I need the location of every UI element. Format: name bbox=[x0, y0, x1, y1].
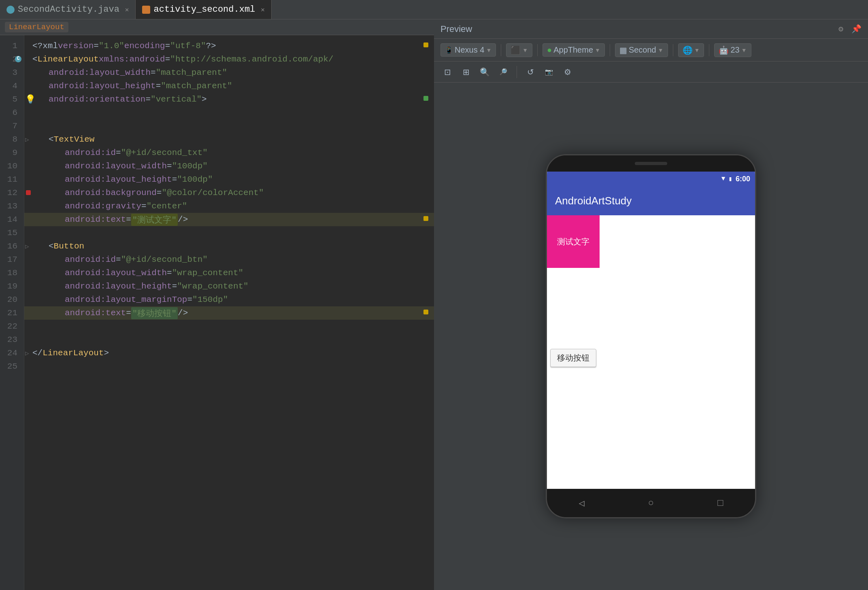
line-num-4: 4 bbox=[0, 79, 21, 93]
code-line-5: 💡 android:orientation = "vertical" > bbox=[24, 93, 434, 106]
breadcrumb[interactable]: LinearLayout bbox=[5, 22, 68, 32]
back-btn: ◁ bbox=[579, 497, 584, 509]
line-num-20: 20 bbox=[0, 293, 21, 306]
line-num-19: 19 bbox=[0, 280, 21, 293]
fold-icon-16[interactable]: ▷ bbox=[25, 242, 29, 250]
preview-title: Preview bbox=[440, 24, 472, 34]
tab-xml[interactable]: activity_second.xml ✕ bbox=[136, 0, 271, 19]
code-line-10: android:layout_width = "100dp" bbox=[24, 159, 434, 173]
phone-top-bar bbox=[547, 155, 755, 172]
battery-icon: ▮ bbox=[728, 175, 732, 183]
code-line-18: android:layout_width = "wrap_content" bbox=[24, 266, 434, 280]
layout-label: Second bbox=[629, 45, 656, 55]
status-time: 6:00 bbox=[736, 175, 750, 183]
tab-xml-close[interactable]: ✕ bbox=[261, 6, 265, 14]
line-num-25: 25 bbox=[0, 360, 21, 373]
code-line-1: <?xml version = "1.0" encoding = "utf-8"… bbox=[24, 39, 434, 53]
home-btn: ○ bbox=[648, 498, 654, 509]
layout-direction-btn[interactable]: ⬛ ▼ bbox=[506, 43, 532, 57]
theme-selector[interactable]: ● AppTheme ▼ bbox=[542, 43, 605, 57]
line-num-2: 2 C bbox=[0, 53, 21, 66]
phone-nav-bar: ◁ ○ □ bbox=[547, 489, 755, 517]
code-line-11: android:layout_height = "100dp" bbox=[24, 173, 434, 186]
phone-speaker bbox=[635, 162, 667, 165]
phone-textview: 测试文字 bbox=[547, 215, 600, 268]
line-num-14: 14 bbox=[0, 213, 21, 226]
api-selector[interactable]: 🤖 23 ▼ bbox=[714, 43, 751, 57]
zoom-fit-btn[interactable]: ⊡ bbox=[440, 65, 454, 79]
phone-status-bar: ▼ ▮ 6:00 bbox=[547, 172, 755, 186]
line-num-16: 16 bbox=[0, 240, 21, 253]
line-num-10: 10 bbox=[0, 159, 21, 173]
code-line-23 bbox=[24, 333, 434, 346]
separator-5 bbox=[709, 44, 709, 56]
code-line-17: android:id = "@+id/second_btn" bbox=[24, 253, 434, 266]
code-line-24: ▷ </ LinearLayout > bbox=[24, 346, 434, 360]
device-chevron: ▼ bbox=[486, 47, 491, 53]
line-num-11: 11 bbox=[0, 173, 21, 186]
tab-bar: SecondActivity.java ✕ activity_second.xm… bbox=[0, 0, 868, 19]
line-num-23: 23 bbox=[0, 333, 21, 346]
bulb-icon: 💡 bbox=[25, 94, 36, 104]
code-line-3: android:layout_width = "match_parent" bbox=[24, 66, 434, 79]
separator-1 bbox=[501, 44, 501, 56]
fold-icon-24[interactable]: ▷ bbox=[25, 349, 29, 357]
code-line-20: android:layout_marginTop = "150dp" bbox=[24, 293, 434, 306]
code-line-14: android:text = "测试文字" /> bbox=[24, 213, 434, 226]
separator-3 bbox=[610, 44, 610, 56]
fold-icon-8[interactable]: ▷ bbox=[25, 136, 29, 144]
tab-xml-label: activity_second.xml bbox=[153, 4, 255, 15]
code-line-22 bbox=[24, 320, 434, 333]
phone-content: 测试文字 移动按钮 bbox=[547, 215, 755, 489]
code-area: 1 2 C 3 4 5 6 7 8 9 10 11 12 13 14 15 16… bbox=[0, 35, 434, 590]
line-num-9: 9 bbox=[0, 146, 21, 159]
code-line-8: ▷ < TextView bbox=[24, 133, 434, 146]
line-num-12: 12 bbox=[0, 186, 21, 199]
layout-icon: ▦ bbox=[619, 45, 627, 55]
code-line-19: android:layout_height = "wrap_content" bbox=[24, 280, 434, 293]
code-line-12: android:background = "@color/colorAccent… bbox=[24, 186, 434, 199]
code-content[interactable]: <?xml version = "1.0" encoding = "utf-8"… bbox=[24, 35, 434, 590]
code-line-9: android:id = "@+id/second_txt" bbox=[24, 146, 434, 159]
line-num-1: 1 bbox=[0, 39, 21, 53]
phone-screen: ▼ ▮ 6:00 AndroidArtStudy 测试文字 移 bbox=[547, 172, 755, 489]
phone-button: 移动按钮 bbox=[550, 349, 596, 367]
api-icon: 🤖 bbox=[719, 45, 729, 55]
tab-java-label: SecondActivity.java bbox=[18, 4, 119, 15]
settings-icon[interactable]: ⚙ bbox=[838, 24, 843, 34]
language-selector[interactable]: 🌐 ▼ bbox=[678, 43, 704, 57]
layout-selector[interactable]: ▦ Second ▼ bbox=[615, 43, 668, 57]
line-num-24: 24 bbox=[0, 346, 21, 360]
zoom-in-btn[interactable]: 🔍 bbox=[478, 65, 491, 79]
line-num-15: 15 bbox=[0, 226, 21, 240]
preview-header: Preview ⚙ 📌 bbox=[434, 19, 868, 39]
zoom-out-btn[interactable]: 🔎 bbox=[496, 65, 510, 79]
preview-settings-btn[interactable]: ⚙ bbox=[561, 65, 574, 79]
right-marker-1 bbox=[423, 42, 428, 47]
code-line-2: < LinearLayout xmlns:android = "http://s… bbox=[24, 53, 434, 66]
main-area: LinearLayout 1 2 C 3 4 5 6 7 8 9 10 11 1… bbox=[0, 19, 868, 590]
line-num-22: 22 bbox=[0, 320, 21, 333]
zoom-actual-btn[interactable]: ⊞ bbox=[459, 65, 473, 79]
separator-2 bbox=[537, 44, 538, 56]
button-text: 移动按钮 bbox=[557, 353, 589, 362]
right-marker-14 bbox=[423, 216, 428, 221]
layout-chevron: ▼ bbox=[658, 47, 664, 53]
recent-btn: □ bbox=[717, 498, 723, 509]
device-selector[interactable]: 📱 Nexus 4 ▼ bbox=[440, 43, 496, 57]
tab-java[interactable]: SecondActivity.java ✕ bbox=[0, 0, 136, 19]
language-icon: 🌐 bbox=[683, 45, 693, 55]
device-icon: 📱 bbox=[445, 46, 453, 54]
class-indicator: C bbox=[15, 56, 21, 62]
line-num-8: 8 bbox=[0, 133, 21, 146]
api-chevron: ▼ bbox=[741, 47, 747, 53]
line-num-18: 18 bbox=[0, 266, 21, 280]
line-num-3: 3 bbox=[0, 66, 21, 79]
screenshot-btn[interactable]: 📷 bbox=[542, 65, 556, 79]
tab-java-close[interactable]: ✕ bbox=[125, 6, 129, 14]
code-line-16: ▷ < Button bbox=[24, 240, 434, 253]
line-num-21: 21 bbox=[0, 306, 21, 320]
theme-label: AppTheme bbox=[553, 45, 593, 55]
pin-icon[interactable]: 📌 bbox=[851, 24, 862, 34]
refresh-btn[interactable]: ↺ bbox=[523, 65, 537, 79]
